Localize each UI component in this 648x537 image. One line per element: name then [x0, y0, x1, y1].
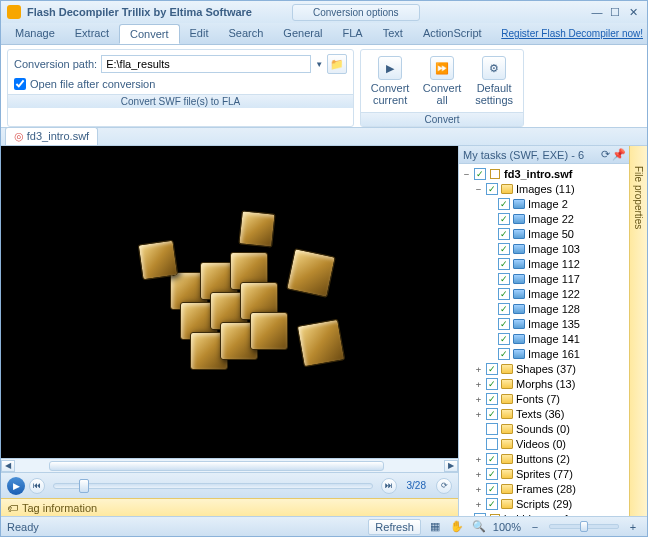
node-label[interactable]: Image 122: [528, 288, 580, 300]
checkbox[interactable]: [486, 423, 498, 435]
expand-icon[interactable]: +: [473, 409, 484, 419]
minimize-icon[interactable]: —: [589, 5, 605, 19]
horizontal-scrollbar[interactable]: ◀ ▶: [1, 458, 458, 472]
checkbox[interactable]: ✓: [474, 168, 486, 180]
menutab-edit[interactable]: Edit: [180, 24, 219, 44]
expand-icon[interactable]: +: [473, 499, 484, 509]
expand-icon[interactable]: −: [473, 184, 484, 194]
menutab-convert[interactable]: Convert: [119, 24, 180, 44]
menutab-actionscript[interactable]: ActionScript: [413, 24, 492, 44]
tree-node[interactable]: +✓Buttons (2): [461, 451, 627, 466]
node-label[interactable]: Scripts (29): [516, 498, 572, 510]
node-label[interactable]: Image 22: [528, 213, 574, 225]
node-label[interactable]: Texts (36): [516, 408, 564, 420]
checkbox[interactable]: ✓: [486, 453, 498, 465]
rewind-button[interactable]: ⏮: [29, 478, 45, 494]
open-after-checkbox[interactable]: Open file after conversion: [14, 78, 155, 90]
node-label[interactable]: Image 103: [528, 243, 580, 255]
zoom-tool-icon[interactable]: 🔍: [471, 519, 487, 535]
node-label[interactable]: Image 2: [528, 198, 568, 210]
tree-node[interactable]: +✓Fonts (7): [461, 391, 627, 406]
checkbox[interactable]: [486, 438, 498, 450]
tree-node[interactable]: ✓Image 22: [461, 211, 627, 226]
checkbox[interactable]: ✓: [498, 228, 510, 240]
checkbox[interactable]: ✓: [486, 378, 498, 390]
checkbox[interactable]: ✓: [486, 468, 498, 480]
expand-icon[interactable]: +: [473, 454, 484, 464]
refresh-tasks-icon[interactable]: ⟳: [599, 149, 611, 161]
node-label[interactable]: Image 112: [528, 258, 580, 270]
tree-node[interactable]: −✓fd3_intro.swf: [461, 166, 627, 181]
menutab-manage[interactable]: Manage: [5, 24, 65, 44]
tree-node[interactable]: +✓Texts (36): [461, 406, 627, 421]
checkbox[interactable]: ✓: [498, 243, 510, 255]
checkbox[interactable]: ✓: [498, 258, 510, 270]
tree-node[interactable]: Videos (0): [461, 436, 627, 451]
node-label[interactable]: Image 128: [528, 303, 580, 315]
close-icon[interactable]: ✕: [625, 5, 641, 19]
scroll-thumb[interactable]: [49, 461, 384, 471]
tree-node[interactable]: ✓Image 141: [461, 331, 627, 346]
expand-icon[interactable]: +: [473, 469, 484, 479]
checkbox[interactable]: ✓: [486, 408, 498, 420]
tree-node[interactable]: ✓Image 103: [461, 241, 627, 256]
checkbox[interactable]: ✓: [486, 183, 498, 195]
menutab-search[interactable]: Search: [219, 24, 274, 44]
node-label[interactable]: Shapes (37): [516, 363, 576, 375]
zoom-slider[interactable]: [549, 524, 619, 529]
convert-all-button[interactable]: ⏩ Convert all: [419, 54, 465, 108]
checkbox[interactable]: ✓: [486, 483, 498, 495]
scroll-right-icon[interactable]: ▶: [444, 460, 458, 472]
expand-icon[interactable]: +: [473, 484, 484, 494]
scroll-left-icon[interactable]: ◀: [1, 460, 15, 472]
conversion-path-input[interactable]: [101, 55, 311, 73]
tree-node[interactable]: ✓Image 135: [461, 316, 627, 331]
menutab-general[interactable]: General: [273, 24, 332, 44]
dropdown-icon[interactable]: ▼: [315, 60, 323, 69]
node-label[interactable]: Fonts (7): [516, 393, 560, 405]
node-label[interactable]: Sounds (0): [516, 423, 570, 435]
document-tab[interactable]: ◎ fd3_intro.swf: [5, 127, 98, 145]
node-label[interactable]: Sprites (77): [516, 468, 573, 480]
checkbox[interactable]: ✓: [498, 333, 510, 345]
tag-information-bar[interactable]: 🏷 Tag information: [1, 498, 458, 516]
menutab-extract[interactable]: Extract: [65, 24, 119, 44]
tree-node[interactable]: ✓Image 128: [461, 301, 627, 316]
menutab-text[interactable]: Text: [373, 24, 413, 44]
zoom-out-icon[interactable]: −: [527, 519, 543, 535]
slider-knob[interactable]: [79, 479, 89, 493]
register-link[interactable]: Register Flash Decompiler now!: [501, 28, 643, 39]
expand-icon[interactable]: +: [473, 364, 484, 374]
checkbox[interactable]: ✓: [498, 198, 510, 210]
browse-folder-button[interactable]: 📁: [327, 54, 347, 74]
open-after-checkbox-input[interactable]: [14, 78, 26, 90]
node-label[interactable]: Image 50: [528, 228, 574, 240]
expand-icon[interactable]: +: [473, 394, 484, 404]
node-label[interactable]: Buttons (2): [516, 453, 570, 465]
tree-node[interactable]: ✓Image 112: [461, 256, 627, 271]
checkbox[interactable]: ✓: [486, 363, 498, 375]
sync-button[interactable]: ⟳: [436, 478, 452, 494]
tree-node[interactable]: +✓Morphs (13): [461, 376, 627, 391]
node-label[interactable]: Morphs (13): [516, 378, 575, 390]
tree-node[interactable]: +✓Frames (28): [461, 481, 627, 496]
tree-node[interactable]: ✓Image 50: [461, 226, 627, 241]
expand-icon[interactable]: −: [461, 169, 472, 179]
playback-slider[interactable]: [53, 483, 373, 489]
forward-button[interactable]: ⏭: [381, 478, 397, 494]
tree-node[interactable]: −✓Images (11): [461, 181, 627, 196]
maximize-icon[interactable]: ☐: [607, 5, 623, 19]
refresh-button[interactable]: Refresh: [368, 519, 421, 535]
scroll-track[interactable]: [15, 460, 444, 472]
menutab-fla[interactable]: FLA: [333, 24, 373, 44]
tree-node[interactable]: ✓Image 2: [461, 196, 627, 211]
play-button[interactable]: ▶: [7, 477, 25, 495]
checkbox[interactable]: ✓: [486, 393, 498, 405]
select-tool-icon[interactable]: ▦: [427, 519, 443, 535]
file-properties-tab[interactable]: File properties: [629, 146, 647, 516]
tasks-tree[interactable]: −✓fd3_intro.swf−✓Images (11)✓Image 2✓Ima…: [459, 164, 629, 516]
checkbox[interactable]: ✓: [498, 288, 510, 300]
node-label[interactable]: Image 135: [528, 318, 580, 330]
node-label[interactable]: Frames (28): [516, 483, 576, 495]
tree-node[interactable]: +✓Scripts (29): [461, 496, 627, 511]
